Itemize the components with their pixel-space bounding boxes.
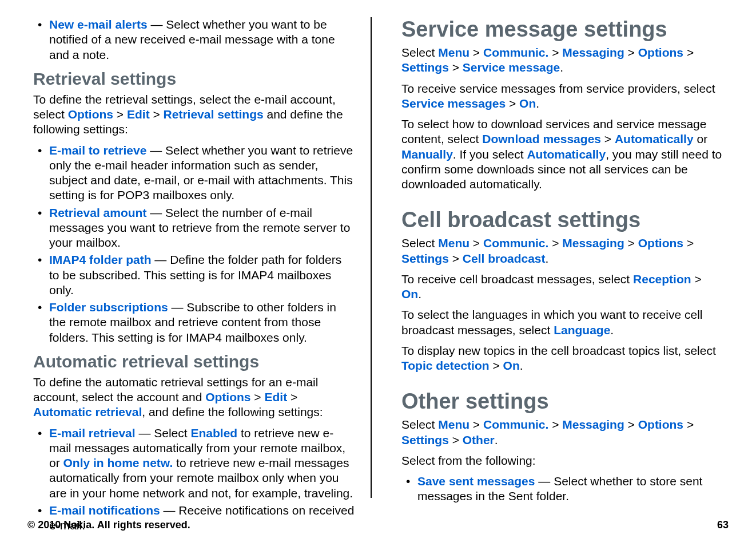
link-service-messages: Service messages	[401, 97, 506, 110]
breadcrumb-separator: >	[469, 46, 483, 59]
text: Select	[401, 236, 438, 250]
term-email-retrieval: E-mail retrieval	[49, 426, 136, 440]
cell-path: Select Menu > Communic. > Messaging > Op…	[401, 236, 723, 266]
link-settings: Settings	[401, 252, 449, 265]
text: , and define the following settings:	[142, 405, 323, 418]
auto-list: E-mail retrieval — Select Enabled to ret…	[33, 426, 355, 533]
other-path: Select Menu > Communic. > Messaging > Op…	[401, 417, 723, 448]
auto-intro: To define the automatic retrieval settin…	[33, 375, 355, 420]
link-communic: Communic.	[483, 46, 548, 59]
breadcrumb-separator: >	[548, 236, 562, 250]
link-other: Other	[463, 433, 495, 446]
cell-p4: To display new topics in the cell broadc…	[401, 343, 723, 374]
link-messaging: Messaging	[562, 418, 624, 431]
text: . If you select	[453, 148, 527, 161]
link-on: On	[401, 287, 418, 300]
list-item: Save sent messages — Select whether to s…	[401, 474, 723, 504]
list-item: E-mail retrieval — Select Enabled to ret…	[33, 426, 355, 501]
heading-other-settings: Other settings	[401, 389, 723, 414]
page-columns: New e-mail alerts — Select whether you w…	[27, 17, 729, 498]
link-language: Language	[554, 323, 610, 337]
breadcrumb-separator: >	[683, 418, 694, 431]
link-menu: Menu	[438, 418, 469, 431]
heading-automatic-retrieval: Automatic retrieval settings	[33, 352, 355, 371]
text: To display new topics in the cell broadc…	[401, 344, 716, 357]
link-enabled: Enabled	[190, 426, 237, 440]
breadcrumb-separator: >	[548, 46, 562, 59]
term-new-email-alerts: New e-mail alerts	[49, 18, 148, 31]
heading-cell-broadcast-settings: Cell broadcast settings	[401, 208, 723, 232]
list-item: Folder subscriptions — Subscribe to othe…	[33, 300, 355, 345]
link-menu: Menu	[438, 236, 469, 250]
text: Select	[401, 418, 438, 431]
left-column: New e-mail alerts — Select whether you w…	[27, 17, 372, 498]
text: To select the languages in which you wan…	[401, 308, 702, 336]
link-reception: Reception	[633, 272, 691, 286]
page-footer: © 2010 Nokia. All rights reserved. 63	[27, 519, 729, 531]
text: or	[694, 132, 708, 145]
term-imap4-folder-path: IMAP4 folder path	[49, 253, 152, 266]
link-on: On	[503, 359, 520, 372]
breadcrumb-separator: >	[113, 108, 127, 121]
service-p2: To receive service messages from service…	[401, 81, 723, 112]
text: Select	[401, 46, 438, 59]
cell-p3: To select the languages in which you wan…	[401, 307, 723, 338]
text: — Select	[136, 426, 191, 440]
breadcrumb-separator: >	[506, 97, 519, 110]
link-cell-broadcast: Cell broadcast	[463, 252, 546, 265]
right-column: Service message settings Select Menu > C…	[385, 17, 729, 498]
term-save-sent-messages: Save sent messages	[417, 474, 535, 488]
breadcrumb-separator: >	[683, 46, 694, 59]
link-automatic-retrieval: Automatic retrieval	[33, 405, 142, 418]
link-edit: Edit	[127, 108, 150, 121]
breadcrumb-separator: >	[624, 236, 638, 250]
text: To receive service messages from service…	[401, 82, 715, 95]
link-retrieval-settings: Retrieval settings	[164, 108, 264, 121]
link-options: Options	[205, 390, 250, 403]
breadcrumb-separator: >	[287, 390, 297, 403]
list-item: E-mail to retrieve — Select whether you …	[33, 143, 355, 203]
link-topic-detection: Topic detection	[401, 359, 490, 372]
breadcrumb-separator: >	[624, 46, 638, 59]
service-path: Select Menu > Communic. > Messaging > Op…	[401, 45, 723, 76]
retrieval-list: E-mail to retrieve — Select whether you …	[33, 143, 355, 345]
other-p2: Select from the following:	[401, 453, 723, 468]
breadcrumb-separator: >	[601, 132, 615, 145]
breadcrumb-separator: >	[449, 433, 463, 446]
breadcrumb-separator: >	[469, 236, 483, 250]
link-options: Options	[638, 418, 683, 431]
list-item: IMAP4 folder path — Define the folder pa…	[33, 252, 355, 298]
breadcrumb-separator: >	[469, 418, 483, 431]
service-p3: To select how to download services and s…	[401, 117, 723, 192]
heading-retrieval-settings: Retrieval settings	[33, 69, 355, 89]
retrieval-intro: To define the retrieval settings, select…	[33, 92, 355, 137]
breadcrumb-separator: >	[683, 236, 694, 250]
link-messaging: Messaging	[562, 46, 624, 59]
link-manually: Manually	[401, 148, 453, 161]
link-communic: Communic.	[483, 418, 548, 431]
breadcrumb-separator: >	[449, 61, 463, 74]
alerts-list: New e-mail alerts — Select whether you w…	[33, 17, 355, 62]
list-item: Retrieval amount — Select the number of …	[33, 205, 355, 251]
link-options: Options	[638, 236, 683, 250]
list-item: New e-mail alerts — Select whether you w…	[33, 17, 355, 62]
link-settings: Settings	[401, 433, 449, 446]
breadcrumb-separator: >	[691, 272, 702, 286]
link-download-messages: Download messages	[482, 132, 601, 145]
term-retrieval-amount: Retrieval amount	[49, 206, 146, 219]
breadcrumb-separator: >	[490, 359, 503, 372]
breadcrumb-separator: >	[624, 418, 638, 431]
page-number: 63	[717, 519, 729, 531]
link-edit: Edit	[264, 390, 287, 403]
link-messaging: Messaging	[562, 236, 624, 250]
link-automatically: Automatically	[527, 148, 606, 161]
term-folder-subscriptions: Folder subscriptions	[49, 300, 168, 314]
link-only-home-netw: Only in home netw.	[63, 456, 173, 469]
cell-p2: To receive cell broadcast messages, sele…	[401, 272, 723, 302]
link-on: On	[519, 97, 536, 110]
text: To receive cell broadcast messages, sele…	[401, 272, 633, 286]
breadcrumb-separator: >	[449, 252, 463, 265]
copyright-text: © 2010 Nokia. All rights reserved.	[27, 519, 190, 531]
breadcrumb-separator: >	[251, 390, 265, 403]
link-options: Options	[638, 46, 683, 59]
